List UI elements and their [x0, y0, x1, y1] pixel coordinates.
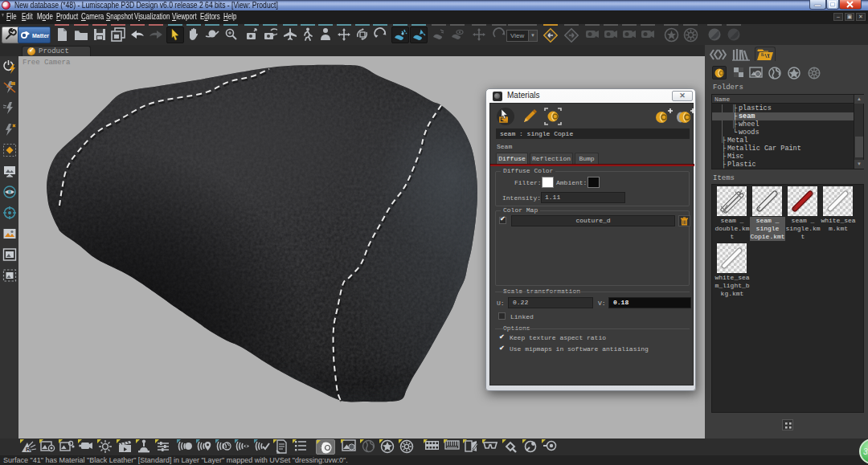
- svg-text:R: R: [26, 446, 31, 453]
